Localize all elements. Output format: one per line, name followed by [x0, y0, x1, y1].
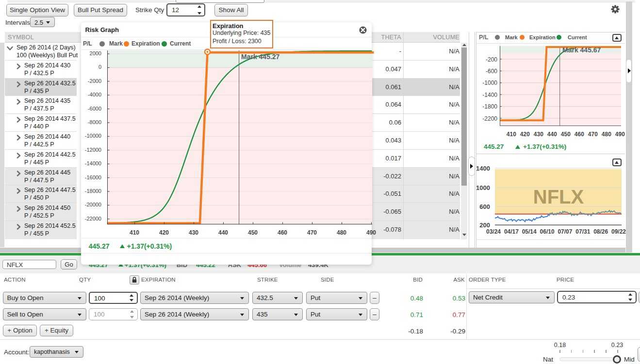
svg-text:Mark 445.27: Mark 445.27 — [241, 53, 280, 61]
svg-text:Mark 445.67: Mark 445.67 — [562, 46, 601, 54]
svg-text:NFLX: NFLX — [533, 186, 584, 207]
